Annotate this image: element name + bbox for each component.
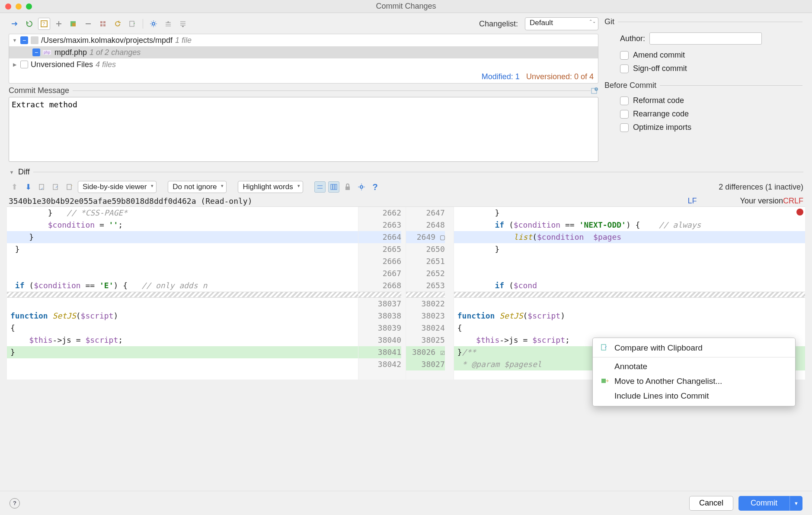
refresh-icon[interactable] bbox=[23, 18, 35, 30]
diff-left-title: 3540b1e30b4b92e055afae59b8018d8ddf0d462a… bbox=[9, 196, 688, 206]
checkbox-icon[interactable] bbox=[620, 110, 629, 119]
lock-icon[interactable] bbox=[342, 181, 353, 193]
menu-annotate[interactable]: Annotate bbox=[593, 359, 795, 374]
checkbox-checked-icon[interactable]: − bbox=[20, 36, 28, 44]
jump-to-source-icon[interactable] bbox=[36, 181, 48, 193]
commit-dropdown-icon[interactable]: ▼ bbox=[790, 496, 802, 511]
svg-rect-8 bbox=[130, 21, 134, 26]
before-commit-label: Before Commit bbox=[604, 81, 656, 90]
svg-text:?: ? bbox=[42, 21, 45, 26]
compare-icon[interactable] bbox=[50, 181, 61, 193]
settings-icon[interactable] bbox=[147, 18, 160, 30]
titlebar: Commit Changes bbox=[0, 0, 812, 13]
help-button[interactable]: ? bbox=[10, 498, 20, 509]
minimize-window-icon[interactable] bbox=[16, 3, 22, 10]
ignore-value: Do not ignore bbox=[173, 183, 217, 191]
menu-item-label: Move to Another Changelist... bbox=[614, 377, 722, 386]
diff-right-encoding: CRLF bbox=[783, 196, 803, 206]
folder-icon bbox=[31, 36, 38, 44]
remove-icon[interactable] bbox=[82, 18, 94, 30]
viewer-mode-select[interactable]: Side-by-side viewer bbox=[78, 181, 157, 193]
svg-rect-5 bbox=[103, 21, 105, 23]
optimize-label: Optimize imports bbox=[633, 123, 691, 132]
maximize-window-icon[interactable] bbox=[26, 3, 32, 10]
chevron-right-icon[interactable]: ▶ bbox=[12, 62, 18, 68]
svg-rect-3 bbox=[72, 23, 76, 26]
php-file-icon: php bbox=[43, 50, 51, 55]
diff-left-gutter: 2662266326642665266626672668 38037380383… bbox=[358, 207, 406, 380]
new-changelist-icon[interactable] bbox=[126, 18, 138, 30]
commit-button[interactable]: Commit ▼ bbox=[738, 496, 802, 511]
checkbox-icon[interactable] bbox=[620, 123, 629, 132]
tree-file-row[interactable]: − php mpdf.php 1 of 2 changes bbox=[9, 46, 598, 58]
help-icon[interactable]: ? bbox=[370, 181, 381, 193]
move-changelist-icon bbox=[601, 377, 609, 386]
diff-file-header: 3540b1e30b4b92e055afae59b8018d8ddf0d462a… bbox=[0, 196, 812, 206]
checkbox-icon[interactable] bbox=[620, 64, 629, 73]
rearrange-label: Rearrange code bbox=[633, 109, 689, 119]
highlight-select[interactable]: Highlight words bbox=[238, 181, 303, 193]
prev-diff-icon[interactable]: ⬆ bbox=[9, 181, 20, 193]
checkbox-icon[interactable] bbox=[620, 97, 629, 105]
traffic-lights bbox=[5, 3, 32, 10]
signoff-label: Sign-off commit bbox=[633, 64, 687, 73]
chevron-down-icon[interactable]: ▼ bbox=[12, 38, 18, 43]
author-input[interactable] bbox=[649, 32, 762, 45]
optimize-checkbox-row[interactable]: Optimize imports bbox=[620, 123, 802, 132]
show-diff-icon[interactable]: ? bbox=[38, 18, 50, 30]
menu-item-label: Compare with Clipboard bbox=[614, 343, 703, 353]
signoff-checkbox-row[interactable]: Sign-off commit bbox=[620, 64, 802, 73]
file-tree: ▼ − /Users/maxim.kolmakov/projects/mpdf … bbox=[9, 34, 598, 84]
svg-rect-16 bbox=[333, 184, 335, 190]
commit-toolbar: ? Changelist: Default bbox=[9, 17, 598, 30]
menu-compare-clipboard[interactable]: Compare with Clipboard bbox=[593, 341, 795, 355]
ignore-select[interactable]: Do not ignore bbox=[168, 181, 227, 193]
revert-icon[interactable] bbox=[112, 18, 124, 30]
collapse-all-icon[interactable] bbox=[177, 18, 189, 30]
context-menu: Compare with Clipboard Annotate Move to … bbox=[592, 338, 796, 406]
svg-rect-18 bbox=[345, 187, 350, 190]
edit-icon[interactable] bbox=[64, 181, 75, 193]
amend-checkbox-row[interactable]: Amend commit bbox=[620, 51, 802, 60]
diff-settings-icon[interactable] bbox=[356, 181, 367, 193]
git-section-label: Git bbox=[604, 17, 614, 26]
svg-rect-14 bbox=[67, 184, 71, 190]
author-label: Author: bbox=[620, 34, 645, 43]
checkbox-icon[interactable] bbox=[620, 51, 629, 60]
diff-right-title: Your version bbox=[740, 196, 783, 206]
history-icon[interactable] bbox=[591, 87, 598, 95]
viewer-mode-value: Side-by-side viewer bbox=[83, 183, 147, 191]
rearrange-checkbox-row[interactable]: Rearrange code bbox=[620, 109, 802, 119]
commit-label: Commit bbox=[751, 499, 777, 508]
menu-move-changelist[interactable]: Move to Another Changelist... bbox=[593, 374, 795, 389]
menu-item-label: Annotate bbox=[614, 362, 647, 371]
reformat-checkbox-row[interactable]: Reformat code bbox=[620, 96, 802, 105]
commit-message-input[interactable]: Extract method bbox=[9, 97, 598, 162]
list-icon[interactable] bbox=[97, 18, 109, 30]
svg-rect-4 bbox=[100, 21, 102, 23]
three-pane-icon[interactable] bbox=[328, 181, 339, 193]
close-window-icon[interactable] bbox=[5, 3, 11, 10]
changelist-select[interactable]: Default bbox=[525, 17, 598, 30]
tree-root-row[interactable]: ▼ − /Users/maxim.kolmakov/projects/mpdf … bbox=[9, 34, 598, 46]
checkbox-checked-icon[interactable]: − bbox=[32, 48, 40, 56]
checkbox-unchecked-icon[interactable] bbox=[20, 61, 28, 68]
sync-scroll-icon[interactable] bbox=[314, 181, 326, 193]
unversioned-label: Unversioned Files bbox=[31, 60, 93, 69]
chevron-down-icon[interactable]: ▼ bbox=[9, 170, 15, 175]
next-diff-icon[interactable]: ⬇ bbox=[22, 181, 34, 193]
unversioned-count: Unversioned: 0 of 4 bbox=[526, 72, 594, 81]
add-icon[interactable] bbox=[53, 18, 65, 30]
diff-count: 2 differences (1 inactive) bbox=[719, 183, 803, 192]
diff-section-label: Diff bbox=[18, 167, 30, 177]
group-by-icon[interactable] bbox=[67, 18, 80, 30]
collapse-icon[interactable] bbox=[9, 18, 21, 30]
menu-include-lines[interactable]: Include Lines into Commit bbox=[593, 389, 795, 403]
tree-unversioned-row[interactable]: ▶ Unversioned Files 4 files bbox=[9, 58, 598, 71]
expand-all-icon[interactable] bbox=[162, 18, 174, 30]
diff-right-gutter: 264726482649 ▢2650265126522653 380223802… bbox=[406, 207, 454, 380]
svg-rect-21 bbox=[601, 379, 606, 383]
cancel-button[interactable]: Cancel bbox=[689, 496, 733, 511]
diff-left-pane[interactable]: } // *CSS-PAGE* $condition = ''; } } if … bbox=[7, 207, 358, 380]
status-line: Modified: 1 Unversioned: 0 of 4 bbox=[9, 71, 598, 83]
